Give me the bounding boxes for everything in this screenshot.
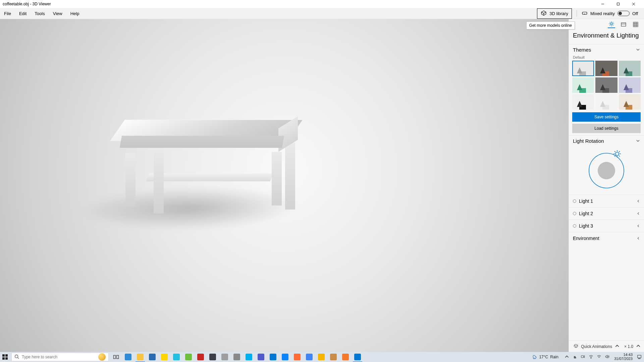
taskbar-app-postman[interactable]: [291, 352, 303, 362]
svg-rect-7: [633, 22, 638, 27]
light-rotation-header[interactable]: Light Rotation: [569, 135, 644, 146]
action-center-button[interactable]: [635, 352, 644, 362]
light-row-1[interactable]: Light 1: [569, 195, 644, 207]
taskbar-app-teams[interactable]: [255, 352, 267, 362]
chevron-up-icon: [615, 344, 620, 349]
section-environment[interactable]: Environment: [569, 232, 644, 244]
chevron-up-icon[interactable]: [565, 354, 569, 360]
taskbar-app-blender[interactable]: [339, 352, 352, 362]
theme-swatch-1[interactable]: [595, 61, 617, 76]
volume-icon[interactable]: [605, 354, 609, 360]
theme-swatch-4[interactable]: [595, 77, 617, 93]
mixed-reality-group: Mixed reality Off: [582, 10, 644, 17]
svg-rect-11: [2, 354, 5, 357]
theme-swatch-8[interactable]: [619, 94, 641, 110]
maximize-button[interactable]: [610, 0, 626, 8]
tab-environment[interactable]: [608, 21, 615, 28]
theme-swatch-6[interactable]: [572, 94, 594, 110]
taskbar-app-app-grey-diamond[interactable]: [219, 352, 231, 362]
minimize-button[interactable]: [595, 0, 610, 8]
system-tray[interactable]: [562, 354, 612, 360]
taskbar-app-app-grey-sphere[interactable]: [231, 352, 243, 362]
theme-swatch-2[interactable]: [619, 61, 641, 76]
save-settings-button[interactable]: Save settings: [572, 112, 641, 122]
light-row-2[interactable]: Light 2: [569, 207, 644, 220]
radio-icon: [573, 212, 576, 215]
chevron-down-icon: [636, 47, 640, 53]
tab-stats[interactable]: [620, 21, 627, 28]
light-row-3[interactable]: Light 3: [569, 220, 644, 232]
menu-edit[interactable]: Edit: [15, 8, 31, 19]
clock[interactable]: 14:43 31/07/2023: [612, 353, 635, 361]
svg-rect-6: [621, 23, 626, 26]
3d-viewport[interactable]: [0, 19, 569, 352]
theme-swatch-0[interactable]: [572, 61, 594, 76]
taskbar-app-vscode[interactable]: [267, 352, 279, 362]
menu-help[interactable]: Help: [66, 8, 84, 19]
taskbar-app-microsoft-store[interactable]: [146, 352, 158, 362]
taskbar-app-skype[interactable]: [243, 352, 255, 362]
taskbar-app-thunderbird[interactable]: [279, 352, 291, 362]
svg-rect-12: [5, 354, 8, 357]
menu-view[interactable]: View: [49, 8, 66, 19]
close-button[interactable]: [626, 0, 641, 8]
cortana-icon[interactable]: [98, 353, 106, 361]
taskbar-app-task-view[interactable]: [110, 352, 122, 362]
taskbar-app-app-dark1[interactable]: [207, 352, 219, 362]
taskbar-app-app-green[interactable]: [182, 352, 195, 362]
themes-label: Themes: [573, 47, 591, 53]
themes-grid: [569, 61, 644, 112]
menu-file[interactable]: File: [0, 8, 15, 19]
tab-grid[interactable]: [632, 21, 639, 28]
taskbar-app-app-yellow[interactable]: [158, 352, 170, 362]
window-title: coffeetable.obj - 3D Viewer: [3, 2, 51, 6]
menu-bar: File Edit Tools View Help 3D library Mix…: [0, 8, 644, 19]
taskbar-app-3d-viewer[interactable]: [352, 352, 364, 362]
themes-header[interactable]: Themes: [569, 44, 644, 55]
chevron-down-icon: [636, 138, 640, 144]
taskbar-app-chrome[interactable]: [315, 352, 327, 362]
chevron-left-icon: [637, 236, 640, 241]
mixed-reality-state: Off: [632, 11, 638, 16]
theme-swatch-3[interactable]: [572, 77, 594, 93]
taskbar-app-file-explorer[interactable]: [134, 352, 146, 362]
divider: [577, 10, 577, 17]
weather-widget[interactable]: 17°C Rain: [528, 354, 562, 360]
taskbar-app-edge[interactable]: [122, 352, 134, 362]
load-settings-button[interactable]: Load settings: [572, 124, 641, 133]
light-rotation-label: Light Rotation: [573, 138, 604, 144]
onedrive-icon[interactable]: [573, 354, 577, 360]
clock-date: 31/07/2023: [614, 357, 633, 361]
taskbar-app-chrome-alt[interactable]: [303, 352, 315, 362]
theme-swatch-5[interactable]: [619, 77, 641, 93]
start-button[interactable]: [0, 352, 10, 362]
3d-library-button[interactable]: 3D library: [537, 8, 572, 19]
quick-animations-button[interactable]: Quick Animations: [581, 344, 612, 349]
themes-subtitle: Default: [569, 55, 644, 61]
rain-icon: [532, 354, 537, 360]
panel-footer: Quick Animations × 1.0: [569, 341, 644, 352]
title-bar: coffeetable.obj - 3D Viewer: [0, 0, 644, 8]
meet-now-icon[interactable]: [581, 354, 585, 360]
taskbar-app-app-red-v[interactable]: [195, 352, 207, 362]
light-label: Light 2: [579, 211, 593, 216]
wifi-icon[interactable]: [597, 354, 601, 360]
zoom-level[interactable]: × 1.0: [624, 344, 633, 349]
svg-rect-18: [581, 356, 584, 358]
svg-point-15: [15, 355, 18, 358]
mixed-reality-toggle[interactable]: [618, 11, 630, 16]
taskbar-app-app-cube[interactable]: [327, 352, 339, 362]
mixed-reality-label: Mixed reality: [590, 11, 615, 16]
taskbar-app-app-cyan[interactable]: [170, 352, 182, 362]
svg-rect-14: [5, 357, 8, 360]
model-coffeetable: [117, 120, 299, 214]
network-icon[interactable]: [589, 354, 593, 360]
weather-label: Rain: [550, 355, 558, 359]
search-icon: [14, 354, 19, 360]
taskbar-search[interactable]: Type here to search: [11, 353, 109, 361]
svg-rect-16: [114, 355, 116, 359]
menu-tools[interactable]: Tools: [31, 8, 49, 19]
light-rotation-dial[interactable]: [569, 146, 644, 195]
theme-swatch-7[interactable]: [595, 94, 617, 110]
chevron-left-icon: [637, 223, 640, 229]
